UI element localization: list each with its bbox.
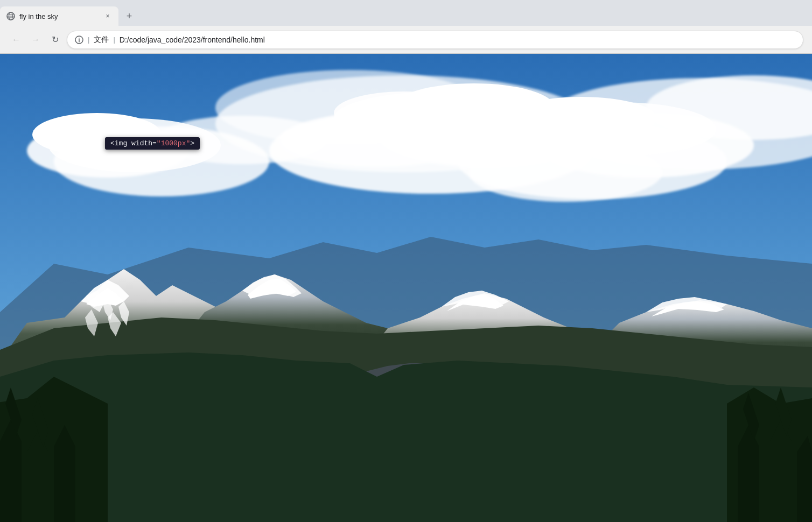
tab-bar: fly in the sky × + [0, 0, 812, 26]
refresh-button[interactable]: ↻ [47, 32, 62, 47]
svg-point-28 [32, 113, 162, 156]
svg-marker-47 [0, 420, 22, 522]
svg-point-24 [334, 91, 474, 135]
svg-point-7 [79, 38, 80, 39]
url-text: D:/code/java_code/2023/frontend/hello.ht… [120, 36, 265, 44]
new-tab-button[interactable]: + [121, 8, 138, 25]
address-separator-2: | [113, 36, 115, 44]
address-bar: ← → ↻ | 文件 | D:/code/java_code/2023/fron… [0, 26, 812, 54]
tooltip-tag: img [115, 139, 127, 147]
browser-chrome: fly in the sky × + ← → ↻ | 文件 | D [0, 0, 812, 54]
mountain-scene: < img width = "1000px" > [0, 54, 812, 522]
tab-title: fly in the sky [19, 12, 99, 20]
info-icon [75, 36, 83, 44]
address-bar-input[interactable]: | 文件 | D:/code/java_code/2023/frontend/h… [67, 31, 803, 49]
back-icon: ← [12, 35, 20, 45]
tooltip-attr: width [131, 139, 152, 147]
tooltip-value: "1000px" [157, 139, 190, 147]
img-tooltip: < img width = "1000px" > [105, 137, 200, 150]
refresh-icon: ↻ [52, 34, 59, 45]
tooltip-space [127, 139, 131, 147]
back-button[interactable]: ← [9, 32, 24, 47]
tooltip-open-bracket: < [110, 139, 115, 147]
forward-icon: → [31, 35, 40, 45]
tab-favicon-icon [6, 12, 15, 20]
tooltip-close-bracket: > [190, 139, 194, 147]
tooltip-eq: = [152, 139, 157, 147]
active-tab[interactable]: fly in the sky × [0, 6, 118, 26]
svg-marker-57 [797, 436, 812, 522]
address-separator: | [88, 36, 89, 44]
file-label: 文件 [94, 35, 109, 45]
browser-content: < img width = "1000px" > [0, 54, 812, 522]
tab-close-button[interactable]: × [103, 12, 112, 20]
svg-marker-55 [770, 420, 792, 522]
forward-button[interactable]: → [28, 32, 43, 47]
svg-point-26 [506, 97, 657, 140]
